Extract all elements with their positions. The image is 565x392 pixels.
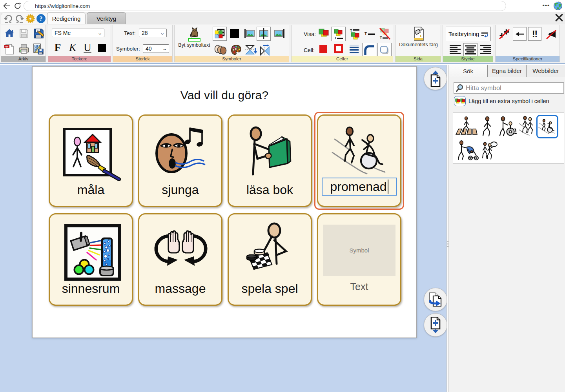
emphasis-button[interactable]: ‼ <box>528 27 541 41</box>
flip-horizontal-icon[interactable] <box>259 44 271 56</box>
align-left-icon[interactable] <box>449 45 461 55</box>
show-symbols-only-icon[interactable] <box>318 28 329 39</box>
add-page-above-icon <box>428 71 443 87</box>
symbol-color-mode-icon <box>214 28 225 39</box>
underline-button[interactable]: U <box>82 42 93 54</box>
result-symbol-couple-walking[interactable] <box>518 116 535 137</box>
text-size-select[interactable]: 28 ⌄ <box>139 29 167 37</box>
skin-tone-icon[interactable] <box>214 45 227 55</box>
show-text-above-icon[interactable]: T <box>350 28 361 40</box>
globe-icon[interactable] <box>553 1 563 11</box>
save-template-icon[interactable] <box>33 44 44 54</box>
address-bar[interactable]: https://widgitonline.com <box>24 1 506 11</box>
symbol-align-right-icon[interactable] <box>274 29 285 38</box>
tab-verktyg[interactable]: Verktyg <box>87 12 126 24</box>
cell-border-color-button[interactable] <box>334 44 343 53</box>
cell-corner-radius-button[interactable] <box>362 43 376 57</box>
document-color-button[interactable]: Dokumentets färg <box>396 27 441 49</box>
duplicate-page-button[interactable] <box>424 288 447 311</box>
save-icon[interactable] <box>19 28 29 38</box>
browser-toolbar: https://widgitonline.com ••• <box>0 0 565 12</box>
cell-lasa-bok[interactable]: läsa bok <box>228 114 312 207</box>
home-icon[interactable] <box>4 28 15 38</box>
add-page-below-button[interactable] <box>424 313 447 337</box>
undo-icon[interactable] <box>4 14 13 24</box>
cell-label: sjunga <box>139 183 221 197</box>
result-symbol-walking[interactable] <box>481 116 493 137</box>
symbol-align-left-icon[interactable] <box>244 29 255 38</box>
show-symbol-and-text-button[interactable]: T <box>331 27 346 41</box>
result-symbol-promenad-selected[interactable] <box>536 115 558 138</box>
help-icon[interactable]: ? <box>36 14 46 24</box>
symbol-line-color-swatch[interactable] <box>230 29 239 38</box>
close-icon[interactable] <box>554 13 564 23</box>
result-symbol-couple-talking[interactable] <box>481 140 499 160</box>
symbol-size-select[interactable]: 40 ⌄ <box>143 44 169 53</box>
past-tense-button[interactable] <box>513 27 527 41</box>
cell-shadow-button[interactable] <box>377 43 392 57</box>
cell-label: massage <box>139 281 221 296</box>
ribbon-group-arkiv: PDF <box>1 25 46 62</box>
tab-redigering[interactable]: Redigering <box>47 12 86 24</box>
cell-label: läsa bok <box>229 183 311 197</box>
cell-sjunga[interactable]: sjunga <box>138 114 222 207</box>
app-tab-row: ? Redigering Verktyg <box>0 12 565 24</box>
no-plural-icon[interactable] <box>499 28 510 40</box>
symbol-color-mode-button[interactable] <box>213 27 227 41</box>
text-color-swatch[interactable] <box>98 44 106 52</box>
chevron-down-icon: ⌄ <box>97 31 102 36</box>
add-page-above-button[interactable] <box>424 67 447 90</box>
page-title[interactable]: Vad vill du göra? <box>33 89 416 102</box>
align-right-icon[interactable] <box>480 45 492 55</box>
show-text-only-icon[interactable]: T <box>364 31 375 37</box>
browser-menu-icon[interactable]: ••• <box>541 2 551 10</box>
settings-gear-icon[interactable] <box>26 14 35 23</box>
byt-symboltext-button[interactable]: Byt symboltext <box>178 27 211 49</box>
redo-icon[interactable] <box>15 14 24 24</box>
symbol-placeholder: Symbol <box>323 225 396 276</box>
cell-corner-radius-icon <box>363 44 375 56</box>
align-center-button[interactable] <box>463 43 478 57</box>
cell-promenad[interactable]: promenad <box>317 114 401 207</box>
cell-text-editor[interactable]: promenad <box>322 178 397 196</box>
symbol-placeholder-label: Symbol <box>349 247 369 254</box>
hide-symbols-icon[interactable]: T <box>379 27 391 40</box>
result-symbol-stroller[interactable] <box>457 140 479 161</box>
font-select[interactable]: FS Me ⌄ <box>52 29 104 37</box>
sidebar-tab-webbilder[interactable]: Webbilder <box>526 65 565 77</box>
cell-mala[interactable]: måla <box>49 114 133 207</box>
cell-line-width-icon[interactable] <box>350 44 359 53</box>
browser-reload-icon[interactable] <box>13 2 22 10</box>
print-icon[interactable] <box>18 44 29 54</box>
palette-icon[interactable] <box>231 44 242 55</box>
italic-button[interactable]: K <box>67 42 78 54</box>
result-symbol-crosswalk[interactable] <box>456 116 478 136</box>
sidebar-tab-sok[interactable]: Sök <box>449 65 487 77</box>
ribbon-toolbar: PDF <box>0 24 565 64</box>
cell-sinnesrum[interactable]: sinnesrum <box>49 213 133 306</box>
search-input[interactable] <box>466 84 562 92</box>
cell-fill-color-button[interactable] <box>319 45 327 53</box>
cell-empty[interactable]: Symbol Text <box>317 213 401 306</box>
browser-back-icon[interactable] <box>2 2 11 10</box>
document-page[interactable]: Vad vill du göra? <box>32 66 417 338</box>
cell-edit-text: promenad <box>330 180 386 194</box>
cell-spela-spel[interactable]: spela spel <box>228 213 312 306</box>
no-speech-icon[interactable] <box>545 29 558 40</box>
flip-vertical-icon[interactable] <box>245 45 257 56</box>
document-canvas[interactable]: Vad vill du göra? <box>0 65 447 392</box>
symbol-align-center-button[interactable] <box>257 27 271 41</box>
pdf-icon[interactable]: PDF <box>4 44 15 55</box>
textbrytning-label: Textbrytning <box>448 31 479 37</box>
symbol-cluster-icon <box>460 98 465 104</box>
cell-label: sinnesrum <box>50 281 132 296</box>
save-as-icon[interactable] <box>33 28 44 39</box>
sidebar-tab-egna-bilder[interactable]: Egna bilder <box>487 65 526 77</box>
textbrytning-button[interactable]: Textbrytning <box>446 27 491 41</box>
result-symbol-wheelchair-push[interactable] <box>498 116 517 137</box>
add-extra-symbol-button[interactable] <box>454 96 466 106</box>
ribbon-group-sida: Dokumentets färg Sida <box>395 25 441 62</box>
bold-button[interactable]: F <box>53 42 63 54</box>
cell-massage[interactable]: massage <box>138 213 222 306</box>
show-symbol-and-text-icon: T <box>333 28 344 40</box>
